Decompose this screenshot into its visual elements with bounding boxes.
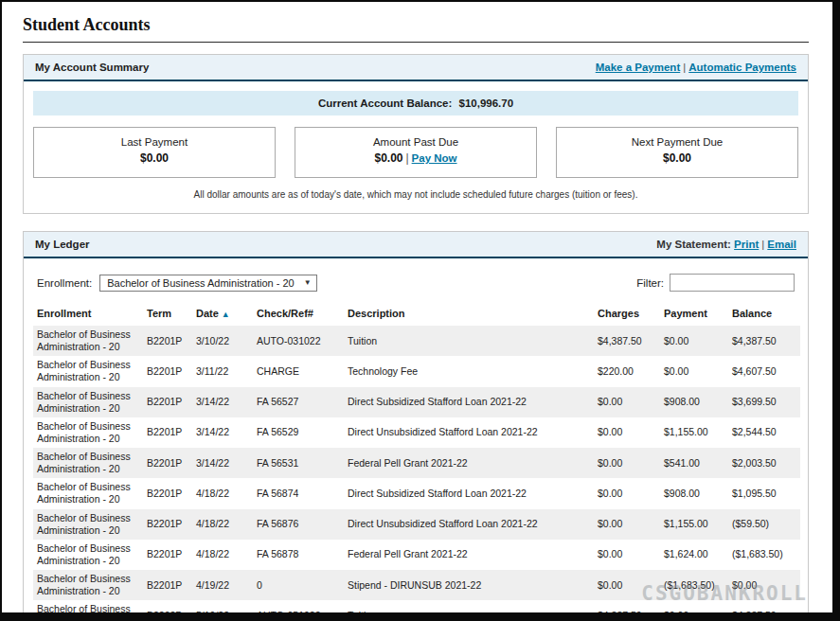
ledger-table-body: Bachelor of Business Administration - 20… — [33, 326, 800, 612]
cell-description: Stipend - DIRUNSUB 2021-22 — [344, 570, 594, 600]
enrollment-label: Enrollment: — [37, 277, 92, 289]
email-link[interactable]: Email — [767, 239, 796, 250]
amount-past-due-amount: $0.00 — [374, 151, 402, 165]
cell-ref: 0 — [253, 570, 344, 600]
cell-payment: $1,155.00 — [660, 417, 728, 448]
cell-term: B2201P — [143, 448, 192, 478]
ledger-header-links: My Statement: Print|Email — [656, 239, 796, 250]
cell-description: Direct Subsidized Stafford Loan 2021-22 — [344, 478, 594, 508]
cell-description: Tuition — [344, 600, 594, 612]
automatic-payments-link[interactable]: Automatic Payments — [688, 62, 796, 73]
account-summary-title: My Account Summary — [35, 62, 149, 73]
cell-date: 4/18/22 — [192, 540, 253, 570]
column-header-date[interactable]: Date▲ — [192, 303, 253, 326]
current-balance-bar: Current Account Balance: $10,996.70 — [33, 91, 798, 115]
account-summary-body: Current Account Balance: $10,996.70 Last… — [24, 81, 808, 213]
ledger-row: Bachelor of Business Administration - 20… — [33, 326, 800, 356]
ledger-row: Bachelor of Business Administration - 20… — [33, 417, 800, 448]
cell-charges: $4,387.50 — [594, 600, 660, 612]
cell-date: 4/18/22 — [192, 478, 253, 508]
statement-link-separator: | — [761, 239, 764, 250]
make-a-payment-link[interactable]: Make a Payment — [596, 62, 681, 73]
ledger-row: Bachelor of Business Administration - 20… — [33, 387, 800, 417]
cell-description: Direct Unsubsidized Stafford Loan 2021-2… — [344, 509, 594, 540]
cell-payment: $0.00 — [660, 356, 728, 386]
cell-enrollment: Bachelor of Business Administration - 20 — [33, 509, 143, 540]
last-payment-box: Last Payment $0.00 — [33, 127, 276, 178]
filter-input[interactable] — [670, 274, 795, 292]
cell-enrollment: Bachelor of Business Administration - 20 — [33, 478, 143, 508]
ledger-row: Bachelor of Business Administration - 20… — [33, 540, 800, 570]
cell-payment: $1,624.00 — [660, 540, 728, 570]
amount-past-due-label: Amount Past Due — [295, 136, 536, 148]
ledger-row: Bachelor of Business Administration - 20… — [33, 570, 800, 600]
ledger-row: Bachelor of Business Administration - 20… — [33, 356, 800, 386]
ledger-panel: My Ledger My Statement: Print|Email Enro… — [23, 231, 809, 612]
cell-term: B2201P — [143, 478, 192, 508]
cell-date: 3/14/22 — [192, 448, 253, 478]
cell-payment: $0.00 — [660, 600, 728, 612]
cell-balance: $0.00 — [728, 570, 800, 600]
cell-charges: $0.00 — [594, 387, 660, 417]
cell-description: Tuition — [344, 326, 594, 356]
ledger-row: Bachelor of Business Administration - 20… — [33, 509, 800, 540]
ledger-title: My Ledger — [35, 239, 90, 250]
cell-balance: $4,607.50 — [728, 356, 800, 386]
ledger-table-head: Enrollment Term Date▲ Check/Ref# Descrip… — [33, 303, 800, 326]
cell-balance: ($1,683.50) — [728, 540, 800, 570]
cell-ref: FA 56527 — [253, 387, 344, 417]
enrollment-select[interactable]: Bachelor of Business Administration - 20… — [99, 275, 316, 292]
current-balance-value: $10,996.70 — [459, 98, 514, 109]
cell-date: 3/14/22 — [192, 387, 253, 417]
cell-term: B2201P — [143, 326, 192, 356]
cell-payment: $908.00 — [660, 478, 728, 508]
ledger-row: Bachelor of Business Administration - 20… — [33, 448, 800, 478]
cell-balance: $4,387.50 — [728, 600, 800, 612]
pay-now-link[interactable]: Pay Now — [412, 152, 457, 164]
cell-term: B2202P — [143, 600, 192, 612]
last-payment-value: $0.00 — [34, 151, 275, 165]
cell-date: 3/10/22 — [192, 326, 253, 356]
filter-label: Filter: — [636, 277, 664, 289]
column-header-balance[interactable]: Balance — [728, 303, 800, 326]
cell-charges: $0.00 — [594, 417, 660, 448]
cell-payment: ($1,683.50) — [660, 570, 728, 600]
cell-enrollment: Bachelor of Business Administration - 20 — [33, 448, 143, 478]
cell-charges: $0.00 — [594, 509, 660, 540]
account-summary-panel: My Account Summary Make a Payment|Automa… — [23, 54, 809, 214]
cell-ref: AUTO-031022 — [253, 326, 344, 356]
cell-description: Direct Subsidized Stafford Loan 2021-22 — [344, 387, 594, 417]
page-title: Student Accounts — [23, 9, 809, 42]
cell-ref: AUTO-051922 — [253, 600, 344, 612]
cell-balance: $3,699.50 — [728, 387, 800, 417]
summary-boxes: Last Payment $0.00 Amount Past Due $0.00… — [33, 127, 798, 178]
cell-term: B2201P — [143, 417, 192, 448]
ledger-header: My Ledger My Statement: Print|Email — [24, 232, 808, 258]
window-frame: Student Accounts My Account Summary Make… — [0, 0, 840, 621]
my-statement-label: My Statement: — [656, 239, 731, 250]
cell-balance: $2,544.50 — [728, 417, 800, 448]
next-payment-due-box: Next Payment Due $0.00 — [556, 127, 798, 178]
cell-ref: FA 56876 — [253, 509, 344, 540]
column-header-date-label: Date — [196, 308, 219, 319]
cell-enrollment: Bachelor of Business Administration - 20 — [33, 356, 143, 386]
cell-term: B2201P — [143, 387, 192, 417]
cell-enrollment: Bachelor of Business Administration - 20 — [33, 600, 143, 612]
column-header-enrollment[interactable]: Enrollment — [33, 303, 143, 326]
column-header-charges[interactable]: Charges — [594, 303, 660, 326]
cell-payment: $541.00 — [660, 448, 728, 478]
amount-past-due-box: Amount Past Due $0.00|Pay Now — [295, 127, 537, 178]
cell-charges: $0.00 — [594, 478, 660, 508]
column-header-description[interactable]: Description — [344, 303, 594, 326]
amount-past-due-value: $0.00|Pay Now — [295, 151, 536, 165]
next-payment-due-label: Next Payment Due — [557, 136, 797, 148]
cell-term: B2201P — [143, 540, 192, 570]
cell-charges: $220.00 — [594, 356, 660, 386]
ledger-row: Bachelor of Business Administration - 20… — [33, 478, 800, 508]
column-header-check-ref[interactable]: Check/Ref# — [253, 303, 344, 326]
column-header-term[interactable]: Term — [143, 303, 192, 326]
link-separator: | — [683, 62, 686, 73]
column-header-payment[interactable]: Payment — [660, 303, 728, 326]
print-link[interactable]: Print — [734, 239, 759, 250]
cell-date: 4/19/22 — [192, 570, 253, 600]
